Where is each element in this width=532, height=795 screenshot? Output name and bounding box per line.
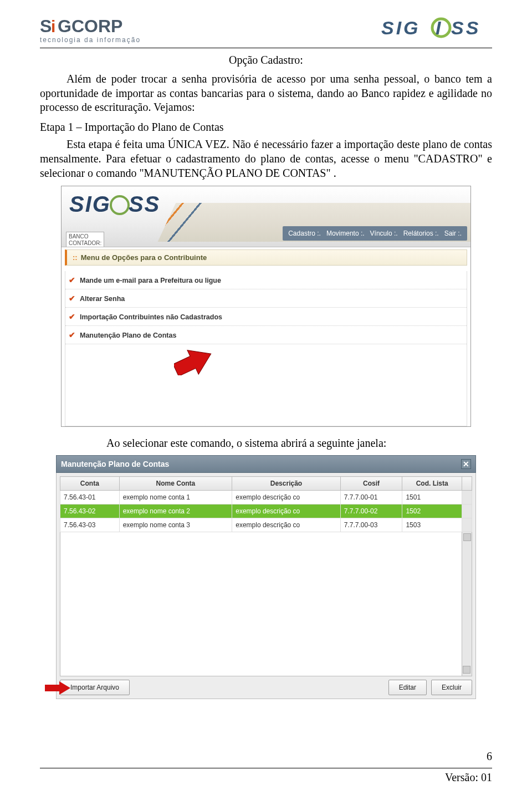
- section-title: Opção Cadastro:: [40, 54, 492, 67]
- plano-contas-table: Conta Nome Conta Descrição Cosif Cod. Li…: [60, 476, 472, 532]
- app-banner: SIGSS BANCO CONTADOR: Cadastro :. Movime…: [62, 186, 470, 247]
- scroll-down-icon[interactable]: [463, 666, 470, 674]
- col-nome-conta[interactable]: Nome Conta: [119, 477, 232, 491]
- nav-relatorios[interactable]: Relátorios :.: [403, 230, 439, 237]
- etapa-heading: Etapa 1 – Importação do Plano de Contas: [40, 120, 492, 135]
- figure-caption: Ao selecionar este comando, o sistema ab…: [106, 437, 492, 450]
- scrollbar[interactable]: [462, 532, 472, 676]
- col-conta[interactable]: Conta: [60, 477, 120, 491]
- table-row[interactable]: 7.56.43-02exemplo nome conta 2exemplo de…: [60, 504, 472, 518]
- nav-movimento[interactable]: Movimento :.: [326, 230, 365, 237]
- menu-item-email[interactable]: Mande um e-mail para a Prefeitura ou lig…: [65, 271, 467, 289]
- nav-vinculo[interactable]: Vínculo :.: [370, 230, 398, 237]
- col-cosif[interactable]: Cosif: [340, 477, 402, 491]
- svg-text:SS: SS: [451, 17, 480, 38]
- svg-text:S: S: [40, 16, 52, 36]
- col-descricao[interactable]: Descrição: [232, 477, 341, 491]
- sigiss-logo-icon: SIG I SS: [381, 16, 492, 42]
- banco-contador-box: BANCO CONTADOR:: [66, 232, 104, 247]
- svg-text:tecnologia da informação: tecnologia da informação: [40, 36, 141, 44]
- menu-item-importacao[interactable]: Importação Contribuintes não Cadastrados: [65, 308, 467, 326]
- logo-sigiss: SIG I SS: [381, 16, 492, 42]
- svg-marker-9: [45, 681, 70, 695]
- editar-button[interactable]: Editar: [388, 680, 427, 695]
- table-row[interactable]: 7.56.43-03exemplo nome conta 3exemplo de…: [60, 518, 472, 532]
- figure-dialog-screenshot: Manutenção Plano de Contas ✕ Conta Nome …: [56, 455, 476, 699]
- svg-point-5: [432, 19, 450, 37]
- close-icon[interactable]: ✕: [461, 459, 471, 469]
- figure-menu-screenshot: SIGSS BANCO CONTADOR: Cadastro :. Movime…: [61, 186, 471, 427]
- svg-text:SIG: SIG: [381, 17, 421, 38]
- footer-divider: [40, 768, 492, 768]
- dialog-titlebar: Manutenção Plano de Contas ✕: [56, 455, 476, 473]
- menu-list: Mande um e-mail para a Prefeitura ou lig…: [65, 271, 467, 426]
- page-header: S i GCORP tecnologia da informação SIG I…: [40, 16, 492, 45]
- menu-item-alterar-senha[interactable]: Alterar Senha: [65, 289, 467, 308]
- header-divider: [40, 48, 492, 48]
- svg-text:GCORP: GCORP: [58, 16, 122, 36]
- scroll-up-icon[interactable]: [463, 533, 471, 541]
- version-label: Versão: 01: [445, 771, 492, 784]
- svg-text:i: i: [51, 17, 55, 35]
- footer-red-arrow-icon: [45, 681, 70, 695]
- paragraph-instruction: Esta etapa é feita uma ÚNICA VEZ. Não é …: [40, 137, 492, 180]
- nav-cadastro[interactable]: Cadastro :.: [288, 230, 321, 237]
- sigcorp-logo-icon: S i GCORP tecnologia da informação: [40, 16, 162, 45]
- paragraph-intro: Além de poder trocar a senha provisória …: [40, 72, 492, 115]
- logo-sigcorp: S i GCORP tecnologia da informação: [40, 16, 162, 45]
- page-number: 6: [487, 750, 492, 763]
- table-row[interactable]: 7.56.43-01exemplo nome conta 1exemplo de…: [60, 491, 472, 504]
- menu-item-manutencao-plano[interactable]: Manutenção Plano de Contas: [65, 326, 467, 344]
- col-cod-lista[interactable]: Cod. Lista: [402, 477, 462, 491]
- nav-sair[interactable]: Sair :.: [444, 230, 462, 237]
- svg-text:I: I: [436, 17, 442, 38]
- red-arrow-icon: [174, 349, 213, 375]
- top-nav: Cadastro :. Movimento :. Vínculo :. Relá…: [283, 226, 467, 241]
- svg-marker-8: [174, 349, 213, 375]
- menu-title-bar: ::Menu de Opções para o Contribuinte: [65, 249, 467, 266]
- dialog-title: Manutenção Plano de Contas: [61, 460, 169, 468]
- excluir-button[interactable]: Excluir: [431, 680, 472, 695]
